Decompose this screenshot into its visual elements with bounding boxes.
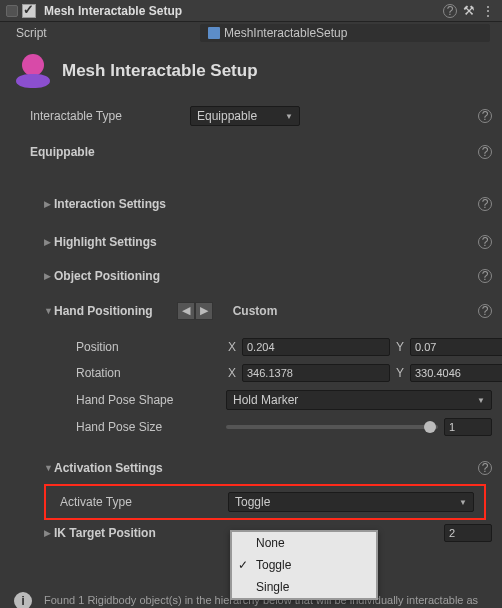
help-icon[interactable]: ?: [478, 109, 492, 123]
script-row: Script MeshInteractableSetup: [0, 22, 502, 44]
presets-icon[interactable]: ⚒: [463, 3, 475, 18]
help-icon[interactable]: ?: [478, 145, 492, 159]
position-x-input[interactable]: [242, 338, 390, 356]
chevron-right-icon: ▶: [44, 271, 54, 281]
help-icon[interactable]: ?: [478, 197, 492, 211]
chevron-down-icon: ▼: [477, 396, 485, 405]
hand-positioning-nav: ◀ ▶: [177, 302, 213, 320]
chevron-down-icon: ▼: [44, 463, 54, 473]
highlight-settings-label: Highlight Settings: [54, 235, 157, 249]
next-button[interactable]: ▶: [195, 302, 213, 320]
component-large-icon: [14, 54, 52, 88]
hand-positioning-label: Hand Positioning: [54, 304, 153, 318]
component-name: Mesh Interactable Setup: [44, 4, 182, 18]
position-label: Position: [76, 340, 226, 354]
activation-settings-label: Activation Settings: [54, 461, 163, 475]
activate-type-label: Activate Type: [60, 495, 228, 509]
x-label: X: [226, 340, 238, 354]
hand-pose-shape-row: Hand Pose Shape Hold Marker ▼: [0, 386, 502, 414]
rotation-label: Rotation: [76, 366, 226, 380]
script-field[interactable]: MeshInteractableSetup: [200, 24, 490, 42]
context-menu-icon[interactable]: ⋮: [481, 3, 496, 19]
hand-positioning-header[interactable]: ▼ Hand Positioning ◀ ▶ Custom ?: [0, 298, 502, 324]
hand-pose-size-label: Hand Pose Size: [76, 420, 226, 434]
activate-type-dropdown[interactable]: Toggle ▼: [228, 492, 474, 512]
info-icon: i: [14, 592, 32, 608]
component-large-title: Mesh Interactable Setup: [62, 61, 258, 81]
help-icon[interactable]: ?: [478, 269, 492, 283]
help-icon[interactable]: ?: [478, 461, 492, 475]
y-label: Y: [394, 366, 406, 380]
rotation-x-input[interactable]: [242, 364, 390, 382]
equippable-section-header[interactable]: Equippable ?: [0, 140, 502, 164]
hand-pose-size-slider[interactable]: [226, 425, 438, 429]
script-label: Script: [16, 26, 47, 40]
ik-target-count-input[interactable]: [444, 524, 492, 542]
x-label: X: [226, 366, 238, 380]
highlight-activate-type: Activate Type Toggle ▼: [44, 484, 486, 520]
activation-settings-header[interactable]: ▼ Activation Settings ?: [0, 456, 502, 480]
object-positioning-label: Object Positioning: [54, 269, 160, 283]
rotation-y-input[interactable]: [410, 364, 502, 382]
enabled-checkbox[interactable]: [22, 4, 36, 18]
prev-button[interactable]: ◀: [177, 302, 195, 320]
activate-type-row: Activate Type Toggle ▼: [46, 488, 484, 516]
chevron-down-icon: ▼: [285, 112, 293, 121]
hand-pose-size-row: Hand Pose Size: [0, 414, 502, 440]
chevron-right-icon: ▶: [44, 237, 54, 247]
component-header-bar: Mesh Interactable Setup ? ⚒ ⋮: [0, 0, 502, 22]
component-large-header: Mesh Interactable Setup: [0, 44, 502, 102]
hand-positioning-mode: Custom: [233, 304, 278, 318]
script-value: MeshInteractableSetup: [224, 26, 347, 40]
hand-pose-size-value[interactable]: [444, 418, 492, 436]
component-icon-small: [6, 5, 18, 17]
highlight-settings-header[interactable]: ▶ Highlight Settings ?: [0, 230, 502, 254]
script-file-icon: [208, 27, 220, 39]
hand-pose-shape-dropdown[interactable]: Hold Marker ▼: [226, 390, 492, 410]
object-positioning-header[interactable]: ▶ Object Positioning ?: [0, 264, 502, 288]
chevron-down-icon: ▼: [459, 498, 467, 507]
popup-option-none[interactable]: None: [232, 532, 376, 554]
equippable-title: Equippable: [30, 145, 95, 159]
interactable-type-label: Interactable Type: [30, 109, 190, 123]
y-label: Y: [394, 340, 406, 354]
popup-option-toggle[interactable]: Toggle: [232, 554, 376, 576]
interactable-type-dropdown[interactable]: Equippable ▼: [190, 106, 300, 126]
popup-option-single[interactable]: Single: [232, 576, 376, 598]
chevron-down-icon: ▼: [44, 306, 54, 316]
position-row: Position X Y Z: [0, 334, 502, 360]
rotation-row: Rotation X Y Z: [0, 360, 502, 386]
activate-type-popup: None Toggle Single: [230, 530, 378, 600]
interactable-type-row: Interactable Type Equippable ▼ ?: [0, 102, 502, 130]
help-icon[interactable]: ?: [443, 4, 457, 18]
slider-thumb[interactable]: [424, 421, 436, 433]
ik-target-position-label: IK Target Position: [54, 526, 156, 540]
chevron-right-icon: ▶: [44, 199, 54, 209]
position-y-input[interactable]: [410, 338, 502, 356]
help-icon[interactable]: ?: [478, 235, 492, 249]
chevron-right-icon: ▶: [44, 528, 54, 538]
hand-pose-shape-label: Hand Pose Shape: [76, 393, 226, 407]
help-icon[interactable]: ?: [478, 304, 492, 318]
interaction-settings-label: Interaction Settings: [54, 197, 166, 211]
interaction-settings-header[interactable]: ▶ Interaction Settings ?: [0, 192, 502, 216]
